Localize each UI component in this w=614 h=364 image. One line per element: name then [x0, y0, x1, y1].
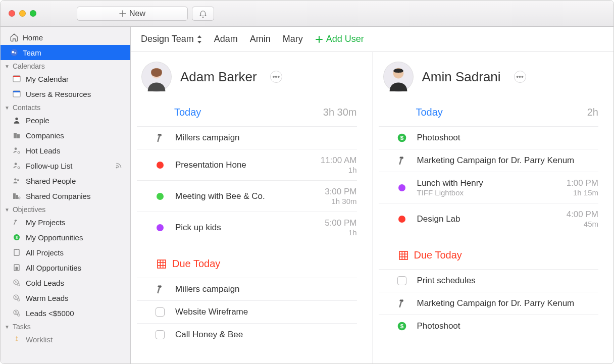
sidebar-item-my-projects[interactable]: My Projects	[1, 215, 130, 230]
svg-text:$: $	[400, 323, 403, 329]
user-tab-adam[interactable]: Adam	[214, 34, 238, 44]
checkbox-icon[interactable]	[397, 276, 407, 285]
entry-title: Marketing Campaign for Dr. Parry Kenum	[417, 155, 599, 166]
more-button[interactable]: •••	[270, 71, 282, 83]
svg-rect-22	[14, 249, 19, 255]
sidebar-item-people[interactable]: People	[1, 113, 130, 128]
due-entry[interactable]: Call Honey & Bee	[137, 323, 357, 346]
window-minimize[interactable]	[19, 10, 26, 17]
sidebar-item-label: Worklist	[26, 335, 125, 344]
grid-icon	[399, 251, 408, 260]
svg-rect-45	[399, 300, 403, 301]
sidebar-group-objectives[interactable]: ▼ Objectives	[1, 203, 130, 215]
people-icon	[13, 177, 21, 185]
due-entry[interactable]: Print schedules	[379, 269, 599, 292]
due-today-label: Due Today	[172, 258, 220, 270]
agenda-entry[interactable]: Marketing Campaign for Dr. Parry Kenum	[379, 149, 599, 172]
user-tab-amin[interactable]: Amin	[250, 34, 271, 44]
sidebar-item-hot-leads[interactable]: Hot Leads	[1, 143, 130, 158]
svg-point-19	[18, 197, 20, 199]
more-button[interactable]: •••	[514, 71, 526, 83]
team-switcher[interactable]: Design Team	[141, 34, 202, 44]
sidebar-item-label: People	[26, 116, 125, 125]
dollar-gear-icon: $	[13, 279, 21, 287]
notebook-icon	[13, 248, 21, 256]
due-entry[interactable]: Millers campaign	[137, 278, 357, 300]
checkbox-icon[interactable]	[155, 307, 165, 317]
svg-point-10	[15, 147, 17, 150]
agenda-entry[interactable]: Meeting with Bee & Co.3:00 PM1h 30m	[137, 180, 357, 212]
svg-point-14	[116, 167, 117, 168]
agenda-entry[interactable]: Pick up kids5:00 PM1h	[137, 212, 357, 243]
sidebar-item-companies[interactable]: Companies	[1, 128, 130, 143]
due-entry[interactable]: Website Wireframe	[137, 300, 357, 323]
agenda-entry[interactable]: Design Lab4:00 PM45m	[379, 203, 599, 234]
sidebar-group-tasks[interactable]: ▼ Tasks	[1, 321, 130, 332]
entry-title: Website Wireframe	[175, 307, 357, 317]
sidebar-item-users-resources[interactable]: Users & Resources	[1, 86, 130, 101]
agenda-entry[interactable]: Millers campaign	[137, 126, 357, 149]
sidebar-item-label: My Opportunities	[26, 233, 125, 242]
entry-time: 5:00 PM1h	[325, 218, 356, 237]
entry-time: 3:00 PM1h 30m	[325, 187, 356, 205]
sidebar-item-label: All Projects	[26, 248, 125, 257]
sidebar-item-warm-leads[interactable]: $ Warm Leads	[1, 290, 130, 305]
window-traffic-lights	[9, 10, 36, 17]
team-switcher-label: Design Team	[141, 34, 194, 44]
agenda-entry[interactable]: Presentation Hone11:00 AM1h	[137, 149, 357, 180]
sidebar-group-calendars[interactable]: ▼ Calendars	[1, 60, 130, 71]
due-entry[interactable]: $Photoshoot	[379, 315, 599, 337]
entry-title: Photoshoot	[417, 321, 599, 331]
sidebar-item-my-calendar[interactable]: My Calendar	[1, 71, 130, 86]
avatar[interactable]	[142, 62, 171, 91]
svg-rect-6	[13, 91, 20, 92]
today-total: 2h	[587, 107, 598, 118]
entry-title: Millers campaign	[175, 284, 357, 294]
user-tab-label: Mary	[283, 34, 303, 44]
entry-title: Call Honey & Bee	[175, 330, 357, 340]
svg-rect-9	[17, 134, 20, 138]
dot-green-icon	[155, 193, 165, 200]
notifications-button[interactable]	[192, 7, 214, 21]
entry-title: Lunch with Henry	[417, 178, 556, 188]
today-section-header: Today2h	[379, 107, 599, 123]
window-close[interactable]	[9, 10, 15, 17]
hammer-icon	[397, 298, 407, 308]
rss-icon	[115, 162, 122, 169]
entry-title: Pick up kids	[175, 223, 315, 233]
user-tab-mary[interactable]: Mary	[283, 34, 303, 44]
sidebar-item-home[interactable]: Home	[1, 30, 130, 45]
updown-icon	[197, 35, 202, 43]
sidebar-item-label: Shared People	[26, 177, 125, 185]
sidebar-group-contacts[interactable]: ▼ Contacts	[1, 101, 130, 113]
agenda-entry[interactable]: Lunch with HenryTIFF Lightbox1:00 PM1h 1…	[379, 172, 599, 203]
team-icon	[10, 48, 19, 57]
sidebar-item-all-projects[interactable]: All Projects	[1, 245, 130, 260]
window-toolbar: New	[1, 1, 613, 27]
checkbox-icon[interactable]	[155, 330, 165, 339]
window-zoom[interactable]	[30, 10, 36, 17]
sidebar-item-team[interactable]: Team	[1, 45, 130, 60]
sidebar-item-my-opportunities[interactable]: $ My Opportunities	[1, 230, 130, 245]
avatar[interactable]	[384, 62, 413, 91]
new-button[interactable]: New	[77, 7, 188, 21]
sidebar-item-followup-list[interactable]: Follow-up List	[1, 158, 130, 173]
svg-rect-43	[399, 157, 403, 159]
agenda-entry[interactable]: $Photoshoot	[379, 126, 599, 149]
sidebar-item-cold-leads[interactable]: $ Cold Leads	[1, 275, 130, 290]
add-user-button[interactable]: Add User	[315, 34, 364, 44]
sidebar-item-label: Companies	[26, 131, 125, 140]
member-name: Amin Sadrani	[422, 69, 501, 85]
sidebar-item-shared-people[interactable]: Shared People	[1, 173, 130, 188]
team-member-column: Adam Barker•••Today3h 30mMillers campaig…	[131, 52, 372, 363]
sidebar-item-leads-5000[interactable]: $ Leads <$5000	[1, 305, 130, 321]
svg-rect-37	[158, 260, 166, 268]
building-share-icon	[13, 192, 21, 200]
sidebar-item-label: Shared Companies	[26, 192, 125, 200]
svg-rect-18	[16, 195, 18, 199]
sidebar-item-shared-companies[interactable]: Shared Companies	[1, 188, 130, 203]
svg-text:$: $	[16, 266, 18, 271]
sidebar-item-all-opportunities[interactable]: $ All Opportunities	[1, 260, 130, 275]
sidebar-item-worklist[interactable]: Worklist	[1, 332, 130, 347]
due-entry[interactable]: Marketing Campaign for Dr. Parry Kenum	[379, 292, 599, 315]
